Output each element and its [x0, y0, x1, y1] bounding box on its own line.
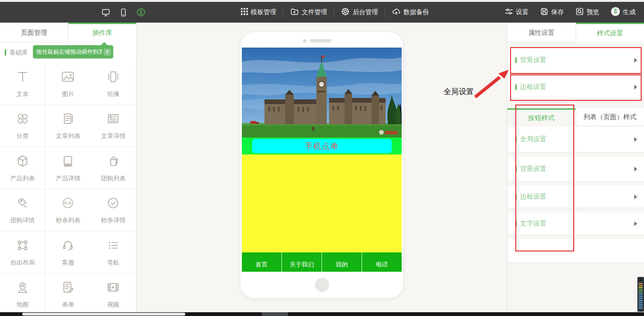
action-label: 设置 — [516, 8, 528, 16]
green-marker — [515, 137, 517, 142]
plugin-item[interactable]: 视频 — [91, 274, 136, 316]
tooltip-close-icon[interactable]: × — [104, 49, 111, 56]
toolbar-action-button[interactable]: 生成 — [611, 7, 636, 18]
menu-label: 模板管理 — [251, 8, 276, 16]
flashsale-list-icon: 秒杀 — [60, 195, 76, 213]
plugin-item[interactable]: 分类 — [0, 105, 45, 147]
category-icon — [15, 111, 31, 129]
plugin-label: 轮播 — [107, 90, 119, 98]
plugin-item[interactable]: 团购列表 — [91, 147, 136, 189]
plugin-label: 地图 — [17, 300, 29, 309]
grid-icon — [241, 8, 248, 16]
style-section-bg[interactable]: 背景设置 — [508, 48, 644, 73]
plugin-item[interactable]: 产品详情 — [45, 147, 91, 189]
chevron-right-icon — [634, 58, 637, 63]
plugin-grid: 文本 图片 轮播 分类 文章列表 — [0, 63, 136, 316]
plugin-item[interactable]: 自由布局 — [0, 231, 45, 274]
green-marker — [5, 49, 6, 56]
scrollbar-thumb[interactable] — [22, 313, 185, 316]
smartphone-icon[interactable] — [119, 8, 128, 17]
drag-hint-tooltip: 按住鼠标左键拖动插件到页 × — [33, 45, 113, 58]
plugin-item[interactable]: 秒杀详情 — [91, 189, 136, 232]
plugin-label: 客服 — [62, 259, 74, 267]
phone-nav-item[interactable]: 我的 — [322, 252, 362, 272]
phone-home-button — [315, 278, 329, 292]
toolbar-menu-item[interactable]: 后台管理 — [334, 7, 385, 17]
toolbar-menu-item[interactable]: 数据备份 — [385, 7, 436, 17]
button-section-bg[interactable]: 背景设置 — [508, 157, 644, 182]
plugin-sidebar: 页面管理插件库 基础库 按住鼠标左键拖动插件到页 × 文本 图片 — [0, 23, 137, 312]
plugin-label: 产品列表 — [10, 174, 35, 183]
plugin-item[interactable]: 文章列表 — [45, 105, 91, 147]
phone-screen: 手机点单 首页关于我们我的电话 — [242, 48, 402, 272]
minimap-widget[interactable] — [637, 277, 644, 312]
button-section-text[interactable]: 文字设置 — [508, 212, 644, 235]
menu-label: 后台管理 — [353, 8, 378, 16]
service-icon — [60, 237, 76, 255]
plugin-item[interactable]: 秒杀 秒杀列表 — [45, 189, 91, 232]
plugin-item[interactable]: 客服 — [45, 231, 91, 274]
horizontal-scrollbar[interactable] — [0, 312, 644, 316]
phone-nav-item[interactable]: 首页 — [242, 252, 281, 272]
settings-tab[interactable]: 样式设置 — [576, 23, 644, 42]
groupbuy-detail-icon — [15, 195, 31, 213]
monitor-icon[interactable] — [101, 8, 110, 17]
phone-nav-item[interactable]: 关于我们 — [281, 252, 322, 272]
action-label: 预览 — [586, 8, 599, 16]
video-icon — [105, 279, 121, 297]
section-label: 文字设置 — [520, 219, 546, 228]
plugin-item[interactable]: 导航 — [91, 231, 136, 274]
gear-icon — [341, 7, 350, 17]
banner-image[interactable] — [242, 48, 402, 138]
phone-nav-item[interactable]: 电话 — [362, 252, 402, 272]
plugin-label: 视频 — [107, 300, 119, 309]
editor-canvas: 手机点单 首页关于我们我的电话 — [137, 23, 507, 312]
image-icon — [60, 69, 76, 87]
freelayout-icon — [15, 237, 31, 255]
action-label: 生成 — [623, 8, 636, 16]
plugin-item[interactable]: 表单 — [45, 274, 91, 316]
toolbar-menu-item[interactable]: 模板管理 — [234, 8, 283, 16]
plugin-label: 分类 — [17, 132, 29, 140]
plugin-label: 秒杀详情 — [101, 216, 125, 225]
plugin-item[interactable]: 文本 — [0, 63, 45, 105]
plugin-item[interactable]: 地图 — [0, 274, 45, 316]
generate-icon — [611, 7, 620, 18]
toolbar-menus: 模板管理 文件管理 后台管理 数据备份 — [234, 2, 436, 23]
empty-section-row — [508, 239, 644, 263]
toolbar-action-button[interactable]: 预览 — [575, 7, 599, 17]
plugin-item[interactable]: 文章详情 — [91, 105, 136, 147]
annotation-label: 全局设置 — [444, 87, 474, 97]
button-section-global[interactable]: 全局设置 — [508, 127, 644, 153]
page-body-block[interactable] — [242, 154, 402, 252]
preview-icon — [575, 7, 584, 17]
plugin-item[interactable]: 团购详情 — [0, 189, 45, 232]
settings-tab[interactable]: 属性设置 — [507, 23, 576, 42]
sidebar-tab[interactable]: 页面管理 — [0, 23, 68, 42]
button-section-border[interactable]: 边框设置 — [508, 186, 644, 208]
link-icon[interactable] — [136, 8, 146, 17]
article-list-icon — [60, 111, 76, 129]
plugin-label: 文章详情 — [101, 132, 125, 140]
section-label: 边框设置 — [520, 83, 546, 91]
plugin-item[interactable]: 产品列表 — [0, 147, 45, 189]
plugin-label: 文本 — [17, 90, 29, 98]
form-icon — [60, 279, 76, 297]
sidebar-tab[interactable]: 插件库 — [68, 23, 136, 42]
sub-tab-button-style[interactable]: 按钮样式 — [507, 108, 576, 126]
toolbar-action-button[interactable]: 设置 — [504, 7, 528, 17]
menu-label: 文件管理 — [302, 8, 327, 16]
chevron-right-icon — [634, 221, 637, 226]
sliders-icon — [504, 7, 513, 17]
plugin-item[interactable]: 图片 — [45, 63, 91, 105]
title-strip: 手机点单 — [242, 138, 402, 154]
style-section-border[interactable]: 边框设置 — [508, 74, 644, 100]
tooltip-text: 按住鼠标左键拖动插件到页 — [36, 48, 102, 56]
toolbar-action-button[interactable]: 保存 — [540, 7, 564, 17]
toolbar-menu-item[interactable]: 文件管理 — [283, 7, 334, 17]
chevron-right-icon — [634, 167, 637, 171]
title-button[interactable]: 手机点单 — [252, 139, 392, 153]
sub-tab-list-style[interactable]: 列表（页面）样式 — [576, 108, 644, 126]
phone-bottom-nav: 首页关于我们我的电话 — [242, 252, 402, 272]
plugin-item[interactable]: 轮播 — [91, 63, 136, 105]
